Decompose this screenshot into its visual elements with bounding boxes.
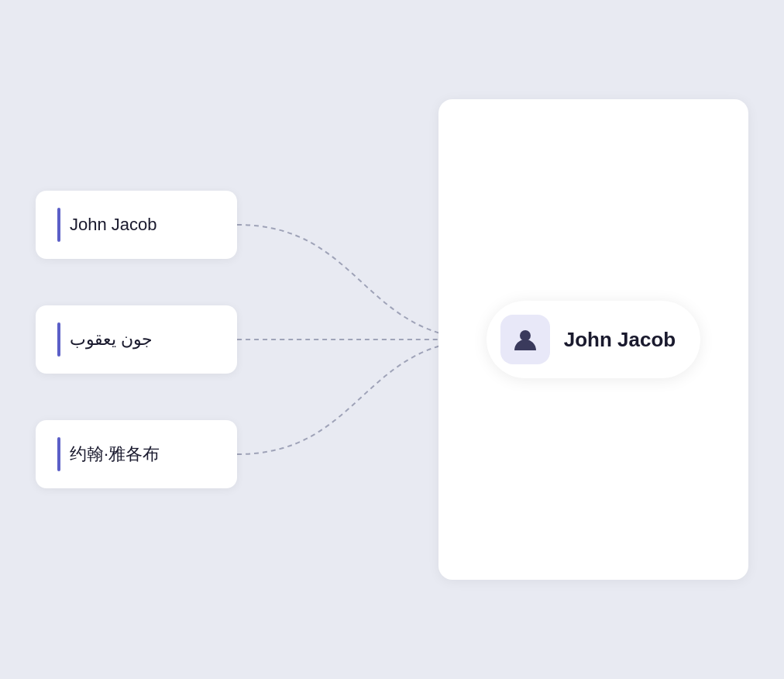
source-card-arabic: جون يعقوب <box>36 305 237 374</box>
result-card: John Jacob <box>487 301 700 378</box>
source-card-english: John Jacob <box>36 191 237 259</box>
source-cards-column: John Jacob جون يعقوب 约翰·雅各布 <box>36 191 237 488</box>
result-name: John Jacob <box>564 328 676 352</box>
main-container: John Jacob جون يعقوب 约翰·雅各布 John Jacob <box>36 45 748 634</box>
svg-point-0 <box>520 330 531 341</box>
card-label-chinese: 约翰·雅各布 <box>70 443 160 466</box>
card-accent-english <box>57 208 60 242</box>
card-label-english: John Jacob <box>70 215 157 235</box>
avatar-box <box>500 315 550 364</box>
result-panel: John Jacob <box>438 99 748 580</box>
person-icon <box>511 326 539 353</box>
card-accent-chinese <box>57 437 60 471</box>
card-accent-arabic <box>57 322 60 357</box>
source-card-chinese: 约翰·雅各布 <box>36 420 237 488</box>
card-label-arabic: جون يعقوب <box>70 329 153 350</box>
